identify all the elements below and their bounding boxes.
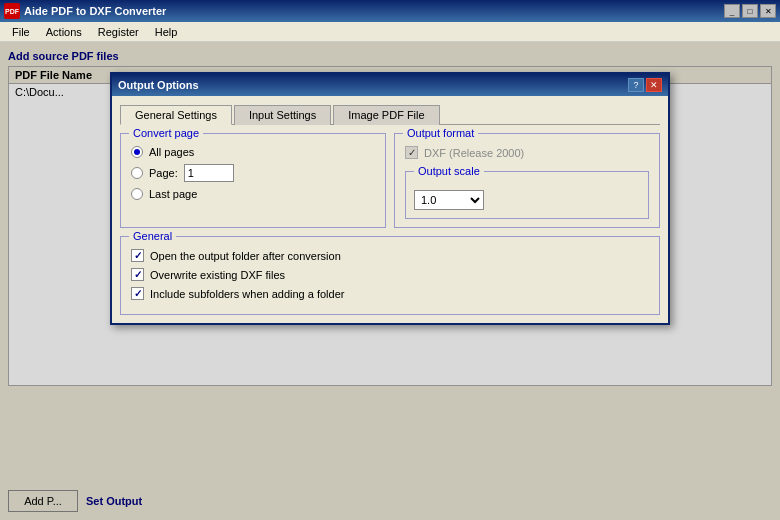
title-buttons: _ □ ✕ [724, 4, 776, 18]
menu-file[interactable]: File [4, 24, 38, 40]
top-group-row: Convert page All pages Page: L [120, 133, 660, 228]
radio-all-pages-input[interactable] [131, 146, 143, 158]
open-output-label: Open the output folder after conversion [150, 250, 341, 262]
tab-bar: General Settings Input Settings Image PD… [120, 104, 660, 125]
page-number-input[interactable] [184, 164, 234, 182]
close-button[interactable]: ✕ [760, 4, 776, 18]
modal-overlay: Output Options ? ✕ General Settings Inpu… [0, 42, 780, 520]
maximize-button[interactable]: □ [742, 4, 758, 18]
dxf-format-label: DXF (Release 2000) [424, 147, 524, 159]
tab-image-pdf-file[interactable]: Image PDF File [333, 105, 439, 125]
output-format-option: DXF (Release 2000) [405, 146, 649, 159]
radio-all-pages-label: All pages [149, 146, 194, 158]
output-options-dialog: Output Options ? ✕ General Settings Inpu… [110, 72, 670, 325]
radio-page: Page: [131, 164, 375, 182]
dialog-title-buttons: ? ✕ [628, 78, 662, 92]
output-format-group: Output format DXF (Release 2000) Output … [394, 133, 660, 228]
convert-page-label: Convert page [129, 127, 203, 139]
tab-general-settings[interactable]: General Settings [120, 105, 232, 125]
menu-help[interactable]: Help [147, 24, 186, 40]
scale-select[interactable]: 1.0 0.5 2.0 5.0 [414, 190, 484, 210]
radio-page-label: Page: [149, 167, 178, 179]
tab-input-settings[interactable]: Input Settings [234, 105, 331, 125]
checkbox-overwrite-dxf: Overwrite existing DXF files [131, 268, 649, 281]
menu-register[interactable]: Register [90, 24, 147, 40]
general-group: General Open the output folder after con… [120, 236, 660, 315]
menu-actions[interactable]: Actions [38, 24, 90, 40]
checkbox-include-subfolders: Include subfolders when adding a folder [131, 287, 649, 300]
app-icon: PDF [4, 3, 20, 19]
dialog-help-button[interactable]: ? [628, 78, 644, 92]
overwrite-dxf-label: Overwrite existing DXF files [150, 269, 285, 281]
dxf-format-checkbox [405, 146, 418, 159]
general-group-label: General [129, 230, 176, 242]
include-subfolders-label: Include subfolders when adding a folder [150, 288, 344, 300]
overwrite-dxf-checkbox[interactable] [131, 268, 144, 281]
output-format-label: Output format [403, 127, 478, 139]
main-content: Add source PDF files PDF File Name C:\Do… [0, 42, 780, 520]
dialog-close-button[interactable]: ✕ [646, 78, 662, 92]
dialog-title-bar: Output Options ? ✕ [112, 74, 668, 96]
radio-last-page-label: Last page [149, 188, 197, 200]
radio-page-input[interactable] [131, 167, 143, 179]
dialog-title: Output Options [118, 79, 199, 91]
include-subfolders-checkbox[interactable] [131, 287, 144, 300]
minimize-button[interactable]: _ [724, 4, 740, 18]
menu-bar: File Actions Register Help [0, 22, 780, 42]
output-scale-group: Output scale 1.0 0.5 2.0 5.0 [405, 171, 649, 219]
title-bar: PDF Aide PDF to DXF Converter _ □ ✕ [0, 0, 780, 22]
dialog-content: General Settings Input Settings Image PD… [112, 96, 668, 323]
scale-row: 1.0 0.5 2.0 5.0 [414, 190, 640, 210]
output-scale-label: Output scale [414, 165, 484, 177]
open-output-checkbox[interactable] [131, 249, 144, 262]
convert-page-group: Convert page All pages Page: L [120, 133, 386, 228]
app-title: Aide PDF to DXF Converter [24, 5, 166, 17]
radio-last-page-input[interactable] [131, 188, 143, 200]
checkbox-open-output: Open the output folder after conversion [131, 249, 649, 262]
radio-all-pages: All pages [131, 146, 375, 158]
radio-last-page: Last page [131, 188, 375, 200]
